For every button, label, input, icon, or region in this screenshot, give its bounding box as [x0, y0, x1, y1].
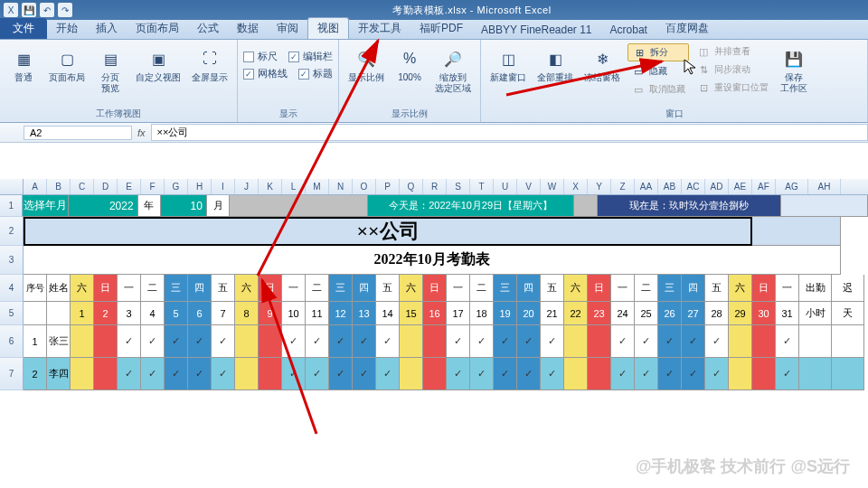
attendance-cell[interactable] — [588, 325, 611, 358]
dow-cell[interactable]: 日 — [588, 275, 611, 302]
attendance-cell[interactable]: ✓ — [353, 325, 376, 358]
day-cell[interactable]: 6 — [188, 302, 212, 325]
attendance-cell[interactable]: ✓ — [118, 325, 141, 358]
tab-abbyy[interactable]: ABBYY FineReader 11 — [472, 21, 601, 39]
attendance-cell[interactable]: ✓ — [188, 358, 212, 390]
dow-cell[interactable]: 四 — [353, 275, 376, 302]
dow-cell[interactable]: 日 — [423, 275, 447, 302]
tab-data[interactable]: 数据 — [228, 18, 268, 39]
day-cell[interactable]: 17 — [447, 302, 470, 325]
tab-acrobat[interactable]: Acrobat — [601, 21, 656, 39]
attendance-cell[interactable] — [729, 358, 752, 390]
day-cell[interactable]: 31 — [776, 302, 799, 325]
dow-cell[interactable]: 二 — [141, 275, 165, 302]
dow-cell[interactable]: 一 — [118, 275, 141, 302]
attendance-cell[interactable]: ✓ — [447, 325, 470, 358]
attendance-cell[interactable]: ✓ — [118, 358, 141, 390]
day-cell[interactable]: 12 — [329, 302, 353, 325]
name-cell[interactable]: 张三 — [47, 325, 71, 358]
zoom-selection-button[interactable]: 🔎缩放到 选定区域 — [431, 43, 475, 96]
seq-cell[interactable]: 1 — [24, 325, 47, 358]
attendance-cell[interactable]: ✓ — [282, 325, 306, 358]
row-header[interactable]: 5 — [0, 302, 24, 325]
tab-foxit[interactable]: 福昕PDF — [410, 18, 472, 39]
day-cell[interactable]: 8 — [235, 302, 259, 325]
col-header[interactable]: L — [282, 179, 306, 194]
attendance-cell[interactable] — [752, 358, 776, 390]
col-header[interactable]: C — [71, 179, 94, 194]
attendance-cell[interactable]: ✓ — [376, 358, 400, 390]
day-cell[interactable]: 2 — [94, 302, 118, 325]
chidao-cell[interactable] — [832, 358, 864, 390]
attendance-cell[interactable] — [588, 358, 611, 390]
tab-view[interactable]: 视图 — [307, 17, 349, 39]
col-header[interactable]: J — [235, 179, 259, 194]
tab-home[interactable]: 开始 — [47, 18, 87, 39]
attendance-cell[interactable]: ✓ — [776, 325, 799, 358]
grid[interactable]: 1 选择年月 2022 年 10 月 今天是：2022年10月29日【星期六】 … — [0, 195, 868, 390]
col-header[interactable]: Z — [611, 179, 635, 194]
dow-cell[interactable]: 五 — [376, 275, 400, 302]
dow-cell[interactable]: 日 — [259, 275, 282, 302]
month-label[interactable]: 月 — [207, 195, 230, 217]
col-header[interactable]: D — [94, 179, 118, 194]
col-header[interactable]: G — [165, 179, 188, 194]
attendance-cell[interactable]: ✓ — [682, 358, 705, 390]
attendance-cell[interactable]: ✓ — [635, 358, 658, 390]
col-header[interactable]: I — [212, 179, 235, 194]
dow-cell[interactable]: 一 — [447, 275, 470, 302]
attendance-cell[interactable] — [235, 325, 259, 358]
attendance-cell[interactable]: ✓ — [776, 358, 799, 390]
attendance-cell[interactable] — [400, 325, 423, 358]
col-header[interactable]: Q — [400, 179, 423, 194]
spacer-cell[interactable] — [752, 217, 841, 246]
formulabar-checkbox[interactable]: ✓编辑栏 — [288, 49, 333, 64]
tab-baidu[interactable]: 百度网盘 — [656, 18, 718, 39]
select-all-corner[interactable] — [0, 179, 24, 194]
tab-review[interactable]: 审阅 — [268, 18, 307, 39]
attendance-cell[interactable] — [71, 358, 94, 390]
col-header[interactable]: AC — [682, 179, 705, 194]
formula-input[interactable]: ××公司 — [151, 124, 868, 141]
day-cell[interactable]: 1 — [71, 302, 94, 325]
dow-cell[interactable]: 六 — [235, 275, 259, 302]
day-cell[interactable]: 11 — [306, 302, 329, 325]
day-cell[interactable]: 27 — [682, 302, 705, 325]
attendance-cell[interactable]: ✓ — [141, 358, 165, 390]
col-header[interactable]: W — [541, 179, 564, 194]
day-cell[interactable]: 20 — [517, 302, 541, 325]
attendance-cell[interactable]: ✓ — [212, 325, 235, 358]
day-cell[interactable]: 14 — [376, 302, 400, 325]
attendance-cell[interactable]: ✓ — [682, 325, 705, 358]
attendance-cell[interactable]: ✓ — [705, 358, 729, 390]
dow-cell[interactable]: 六 — [729, 275, 752, 302]
attendance-cell[interactable]: ✓ — [329, 325, 353, 358]
day-cell[interactable]: 5 — [165, 302, 188, 325]
dow-cell[interactable]: 四 — [188, 275, 212, 302]
day-cell[interactable]: 26 — [658, 302, 682, 325]
col-header[interactable]: F — [141, 179, 165, 194]
dow-cell[interactable]: 一 — [282, 275, 306, 302]
seq-cell[interactable]: 2 — [24, 358, 47, 390]
attendance-cell[interactable]: ✓ — [494, 325, 517, 358]
col-header[interactable]: U — [494, 179, 517, 194]
day-cell[interactable]: 13 — [353, 302, 376, 325]
custom-view-button[interactable]: ▣自定义视图 — [132, 43, 184, 85]
day-cell[interactable]: 16 — [423, 302, 447, 325]
label-cell[interactable]: 选择年月 — [23, 195, 69, 217]
day-cell[interactable]: 21 — [541, 302, 564, 325]
attendance-cell[interactable]: ✓ — [470, 358, 494, 390]
col-header[interactable]: S — [447, 179, 470, 194]
col-header[interactable]: AA — [635, 179, 658, 194]
col-header[interactable]: AH — [808, 179, 841, 194]
attendance-cell[interactable] — [423, 358, 447, 390]
day-cell[interactable]: 24 — [611, 302, 635, 325]
attendance-cell[interactable]: ✓ — [447, 358, 470, 390]
col-header[interactable]: AD — [705, 179, 729, 194]
attendance-cell[interactable] — [564, 358, 588, 390]
new-window-button[interactable]: ◫新建窗口 — [486, 43, 530, 85]
ruler-checkbox[interactable]: 标尺 — [243, 49, 278, 64]
col-header[interactable]: X — [564, 179, 588, 194]
dow-cell[interactable]: 六 — [400, 275, 423, 302]
day-cell[interactable]: 25 — [635, 302, 658, 325]
